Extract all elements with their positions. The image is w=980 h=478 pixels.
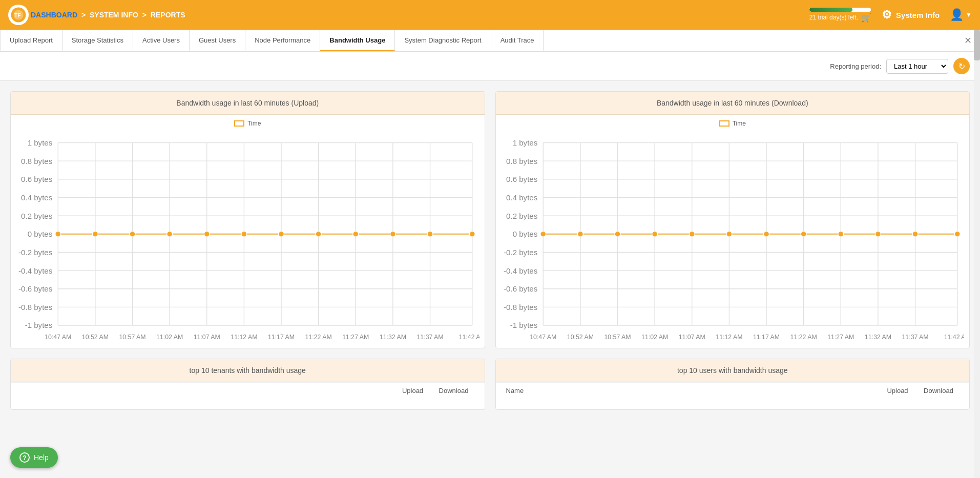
trial-progress-bar — [809, 8, 871, 12]
trial-text: 21 trial day(s) left. 🛒 — [809, 13, 871, 23]
svg-text:-0.6 bytes: -0.6 bytes — [18, 284, 52, 293]
svg-point-99 — [615, 231, 620, 237]
svg-text:11:37 AM: 11:37 AM — [417, 334, 444, 341]
reporting-period-label: Reporting period: — [830, 63, 881, 70]
cart-icon[interactable]: 🛒 — [861, 13, 871, 23]
nav-dashboard[interactable]: DASHBOARD — [31, 11, 77, 19]
tab-guest-users[interactable]: Guest Users — [190, 30, 245, 51]
svg-text:11:42 AM: 11:42 AM — [459, 334, 479, 341]
svg-point-39 — [92, 231, 98, 237]
svg-text:11:42 AM: 11:42 AM — [944, 334, 964, 341]
svg-text:11:22 AM: 11:22 AM — [305, 334, 332, 341]
svg-text:11:22 AM: 11:22 AM — [790, 334, 817, 341]
gear-icon: ⚙ — [882, 8, 892, 22]
users-columns-row: Name Upload Download — [496, 382, 970, 399]
upload-legend-label: Time — [247, 120, 261, 127]
svg-point-101 — [689, 231, 695, 237]
upload-chart-body: Time 1 bytes 0.8 bytes 0.6 bytes 0.4 byt… — [11, 115, 485, 348]
nav-reports[interactable]: REPORTS — [151, 11, 185, 19]
users-card: top 10 users with bandwidth usage Name U… — [495, 359, 970, 410]
trial-info: 21 trial day(s) left. 🛒 — [809, 8, 871, 23]
svg-text:0 bytes: 0 bytes — [28, 230, 53, 238]
svg-point-49 — [469, 231, 475, 237]
users-col-upload: Upload — [877, 387, 918, 394]
trial-days-label: 21 trial day(s) left. — [809, 14, 858, 21]
svg-point-104 — [801, 231, 806, 237]
tenants-card-title: top 10 tenants with bandwidth usage — [11, 359, 485, 382]
tab-storage-statistics[interactable]: Storage Statistics — [62, 30, 133, 51]
tab-active-users[interactable]: Active Users — [133, 30, 190, 51]
upload-chart-svg: 1 bytes 0.8 bytes 0.6 bytes 0.4 bytes 0.… — [16, 130, 479, 348]
svg-text:-0.8 bytes: -0.8 bytes — [18, 303, 52, 311]
svg-point-107 — [912, 231, 918, 237]
svg-text:11:17 AM: 11:17 AM — [753, 334, 779, 341]
svg-text:11:27 AM: 11:27 AM — [342, 334, 369, 341]
svg-point-105 — [838, 231, 843, 237]
svg-text:10:52 AM: 10:52 AM — [567, 334, 593, 341]
svg-text:0.2 bytes: 0.2 bytes — [21, 212, 52, 220]
download-legend-label: Time — [733, 120, 746, 127]
trial-bar-fill — [809, 8, 852, 12]
svg-text:1 bytes: 1 bytes — [512, 138, 537, 147]
tenants-col-download: Download — [433, 387, 474, 394]
svg-text:0.6 bytes: 0.6 bytes — [21, 175, 52, 183]
upload-chart-card: Bandwidth usage in last 60 minutes (Uplo… — [10, 91, 485, 348]
svg-point-103 — [763, 231, 769, 237]
svg-text:11:37 AM: 11:37 AM — [902, 334, 928, 341]
svg-text:-0.2 bytes: -0.2 bytes — [504, 248, 537, 257]
user-menu-button[interactable]: 👤 ▼ — [950, 8, 972, 22]
page-scrollbar[interactable] — [974, 30, 980, 420]
upload-chart-legend: Time — [16, 120, 479, 127]
refresh-icon: ↻ — [958, 61, 965, 71]
svg-text:-0.2 bytes: -0.2 bytes — [18, 248, 52, 257]
svg-point-43 — [241, 231, 247, 237]
svg-text:11:07 AM: 11:07 AM — [678, 334, 705, 341]
svg-text:11:17 AM: 11:17 AM — [268, 334, 295, 341]
svg-point-45 — [316, 231, 321, 237]
tab-node-performance[interactable]: Node Performance — [245, 30, 320, 51]
svg-point-41 — [167, 231, 173, 237]
download-legend-box — [719, 120, 729, 127]
main-content: Bandwidth usage in last 60 minutes (Uplo… — [0, 81, 980, 420]
header-right: 21 trial day(s) left. 🛒 ⚙ System Info 👤 … — [809, 8, 972, 23]
nav-sysinfo[interactable]: SYSTEM INFO — [90, 11, 138, 19]
svg-text:0.2 bytes: 0.2 bytes — [506, 212, 537, 220]
users-col-name: Name — [506, 387, 878, 394]
svg-text:11:02 AM: 11:02 AM — [156, 334, 183, 341]
tenants-card: top 10 tenants with bandwidth usage Uplo… — [10, 359, 485, 410]
user-icon: 👤 — [950, 8, 964, 22]
nav-sep-2: > — [140, 11, 149, 19]
tab-system-diagnostic[interactable]: System Diagnostic Report — [395, 30, 491, 51]
svg-point-98 — [577, 231, 583, 237]
svg-text:TF: TF — [14, 13, 21, 18]
svg-text:10:57 AM: 10:57 AM — [119, 334, 145, 341]
refresh-button[interactable]: ↻ — [953, 58, 970, 74]
svg-point-102 — [726, 231, 732, 237]
svg-text:0.4 bytes: 0.4 bytes — [21, 193, 52, 202]
users-card-title: top 10 users with bandwidth usage — [496, 359, 970, 382]
download-chart-card: Bandwidth usage in last 60 minutes (Down… — [495, 91, 970, 348]
tab-audit-trace[interactable]: Audit Trace — [491, 30, 544, 51]
bottom-row: top 10 tenants with bandwidth usage Uplo… — [10, 359, 970, 410]
svg-text:11:12 AM: 11:12 AM — [716, 334, 742, 341]
svg-point-42 — [204, 231, 210, 237]
svg-text:-0.8 bytes: -0.8 bytes — [504, 303, 537, 311]
svg-text:1 bytes: 1 bytes — [28, 138, 53, 147]
svg-text:0.4 bytes: 0.4 bytes — [506, 193, 537, 202]
svg-point-97 — [540, 231, 546, 237]
svg-text:-0.4 bytes: -0.4 bytes — [504, 266, 537, 275]
svg-text:10:47 AM: 10:47 AM — [530, 334, 556, 341]
users-col-download: Download — [918, 387, 959, 394]
svg-text:10:57 AM: 10:57 AM — [604, 334, 631, 341]
tab-bandwidth-usage[interactable]: Bandwidth Usage — [320, 30, 395, 51]
system-info-button[interactable]: ⚙ System Info — [882, 8, 940, 22]
svg-text:-0.4 bytes: -0.4 bytes — [18, 266, 52, 275]
reporting-period-select[interactable]: Last 1 hour Last 24 hours Last 7 days La… — [886, 59, 948, 74]
svg-text:0.6 bytes: 0.6 bytes — [506, 175, 537, 183]
tab-upload-report[interactable]: Upload Report — [0, 30, 62, 51]
svg-text:11:32 AM: 11:32 AM — [380, 334, 406, 341]
scroll-thumb[interactable] — [974, 30, 980, 60]
download-chart-legend: Time — [501, 120, 965, 127]
system-info-label: System Info — [896, 11, 940, 19]
svg-point-48 — [427, 231, 433, 237]
